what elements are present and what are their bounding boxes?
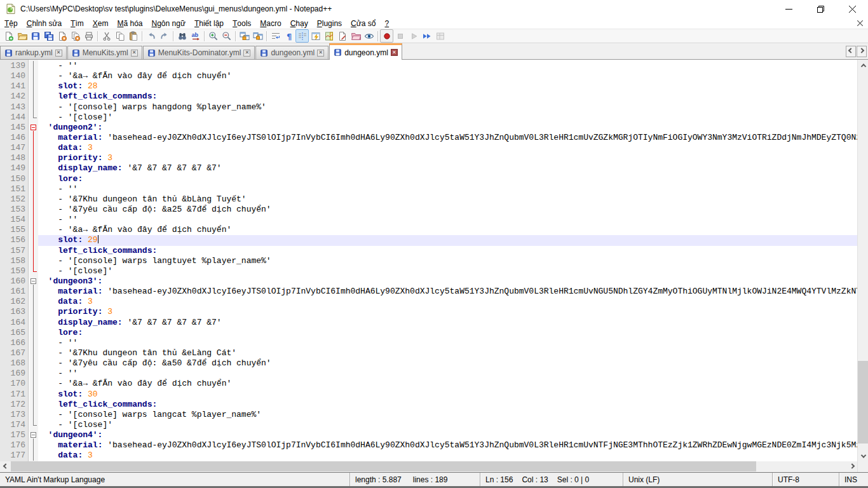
tab-close-icon[interactable]: ✕ [391, 49, 398, 56]
scroll-right-icon[interactable] [846, 461, 857, 472]
code-text[interactable]: lore: [38, 174, 857, 184]
zoom-in-button[interactable] [207, 29, 220, 43]
menu-tools[interactable]: Tools [228, 18, 255, 29]
code-text[interactable]: - '[console] warps langcat %player_name%… [38, 410, 857, 420]
sync-horizontal-scroll-button[interactable] [251, 29, 264, 43]
code-text[interactable]: - '&a→ &fẤn vào đây để dịch chuyển' [38, 225, 857, 235]
close-document-icon[interactable] [851, 18, 868, 29]
code-text[interactable]: data: 3 [38, 143, 857, 153]
code-text[interactable]: 'dungeon4': [38, 430, 857, 440]
menu-plugins[interactable]: Plugins [313, 18, 346, 29]
status-encoding[interactable]: UTF-8 [772, 473, 839, 486]
fold-collapse-icon[interactable] [29, 276, 38, 287]
tab-scroll-right-icon[interactable] [857, 46, 867, 57]
code-text[interactable]: - '[close]' [38, 266, 857, 276]
word-wrap-button[interactable] [269, 29, 282, 43]
show-all-characters-button[interactable]: ¶ [282, 29, 295, 43]
macro-record-button[interactable] [380, 29, 393, 43]
code-text[interactable]: material: 'basehead-eyJ0ZXh0dXJlcyI6eyJT… [38, 133, 857, 143]
sync-vertical-scroll-button[interactable] [238, 29, 251, 43]
code-text[interactable]: material: 'basehead-eyJ0ZXh0dXJlcyI6eyJT… [38, 440, 857, 451]
code-text[interactable]: - '' [38, 184, 857, 194]
tab-close-icon[interactable]: ✕ [55, 50, 62, 57]
code-text[interactable]: - '' [38, 61, 857, 71]
code-text[interactable]: display_name: '&7 &7 &7 &7 &7 &7' [38, 163, 857, 173]
status-eol-format[interactable]: Unix (LF) [623, 473, 772, 486]
scroll-up-icon[interactable] [858, 60, 868, 71]
tab-close-icon[interactable]: ✕ [131, 50, 138, 57]
close-button[interactable] [836, 0, 868, 18]
menu-macro[interactable]: Macro [255, 18, 285, 29]
open-file-button[interactable] [15, 29, 29, 43]
tab-close-icon[interactable]: ✕ [243, 50, 250, 57]
menu-search[interactable]: Tìm [66, 18, 88, 29]
cut-button[interactable] [100, 29, 113, 43]
status-insert-mode[interactable]: INS [839, 473, 868, 486]
restore-button[interactable] [804, 0, 836, 18]
code-text[interactable]: - '[close]' [38, 112, 857, 123]
code-text[interactable]: - '' [38, 369, 857, 379]
code-text[interactable]: - '[console] warps langtuyet %player_nam… [38, 256, 857, 266]
minimize-button[interactable] [773, 0, 804, 18]
close-document-button[interactable] [55, 29, 69, 43]
code-text[interactable]: slot: 29 [38, 235, 857, 245]
tab-scroll-left-icon[interactable] [846, 46, 856, 57]
fold-collapse-icon[interactable] [29, 123, 38, 133]
code-text[interactable]: priority: 3 [38, 153, 857, 163]
copy-button[interactable] [113, 29, 126, 43]
folder-as-workspace-button[interactable] [349, 29, 362, 43]
undo-button[interactable] [144, 29, 158, 43]
code-text[interactable]: 'dungeon3': [38, 276, 857, 287]
code-text[interactable]: - '&a→ &fẤn vào đây để dịch chuyển' [38, 379, 857, 389]
code-text[interactable]: - '&7Khu dungeon tân thủ &bLàng Tuyết' [38, 194, 857, 205]
new-file-button[interactable] [2, 29, 15, 43]
menu-settings[interactable]: Thiết lập [190, 18, 228, 29]
menu-view[interactable]: Xem [88, 18, 113, 29]
code-text[interactable]: - '[console] warps hangdong %player_name… [38, 102, 857, 112]
code-text[interactable]: - '&7yêu cầu cấp độ: &a25 &7để dịch chuy… [38, 205, 857, 215]
code-text[interactable]: - '' [38, 215, 857, 225]
save-button[interactable] [29, 29, 42, 43]
find-button[interactable] [175, 29, 189, 43]
save-all-button[interactable] [42, 29, 55, 43]
document-map-button[interactable] [322, 29, 336, 43]
fold-collapse-icon[interactable] [29, 430, 38, 440]
function-list-button[interactable] [309, 29, 322, 43]
tab-dungeon-yml[interactable]: dungeon.yml✕ [255, 46, 329, 59]
code-text[interactable]: left_click_commands: [38, 92, 857, 102]
horizontal-scrollbar[interactable] [0, 461, 868, 473]
code-text[interactable]: material: 'basehead-eyJ0ZXh0dXJlcyI6eyJT… [38, 287, 857, 297]
zoom-out-button[interactable] [220, 29, 233, 43]
menu-help[interactable]: ? [380, 18, 393, 29]
vertical-scrollbar[interactable] [857, 60, 868, 461]
menu-edit[interactable]: Chỉnh sửa [22, 18, 66, 29]
code-text[interactable]: - '' [38, 338, 857, 348]
code-text[interactable]: - '[close]' [38, 420, 857, 430]
macro-run-multiple-button[interactable] [420, 29, 433, 43]
indent-guide-button[interactable] [295, 29, 309, 43]
editor[interactable]: 139 - ''140 - '&a→ &fẤn vào đây để dịch … [0, 60, 868, 461]
horizontal-scrollbar-thumb[interactable] [11, 461, 756, 471]
menu-language[interactable]: Ngôn ngữ [147, 18, 190, 29]
code-text[interactable]: - '&7yêu cầu cấp độ: &a50 &7để dịch chuy… [38, 358, 857, 369]
redo-button[interactable] [158, 29, 171, 43]
menu-window[interactable]: Cửa sổ [346, 18, 380, 29]
paste-button[interactable] [126, 29, 140, 43]
tab-dungeon-yml-2[interactable]: dungeon.yml✕ [329, 43, 402, 60]
code-text[interactable]: left_click_commands: [38, 400, 857, 410]
monitoring-button[interactable] [362, 29, 376, 43]
tab-close-icon[interactable]: ✕ [317, 50, 324, 57]
code-text[interactable]: priority: 3 [38, 307, 857, 317]
tab-rankup-yml[interactable]: rankup.yml✕ [0, 46, 67, 59]
vertical-scrollbar-thumb[interactable] [858, 361, 868, 444]
menu-run[interactable]: Chạy [286, 18, 313, 29]
tab-menukits-yml[interactable]: MenuKits.yml✕ [67, 46, 142, 59]
code-text[interactable]: slot: 30 [38, 390, 857, 400]
code-text[interactable]: 'dungeon2': [38, 123, 857, 133]
close-all-documents-button[interactable] [69, 29, 82, 43]
code-text[interactable]: left_click_commands: [38, 246, 857, 256]
scroll-left-icon[interactable] [0, 461, 11, 472]
print-button[interactable] [82, 29, 95, 43]
menu-file[interactable]: Tệp [0, 18, 22, 29]
code-text[interactable]: display_name: '&7 &7 &7 &7 &7 &7' [38, 318, 857, 328]
